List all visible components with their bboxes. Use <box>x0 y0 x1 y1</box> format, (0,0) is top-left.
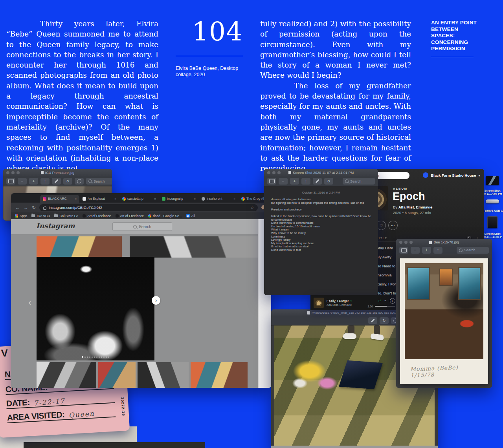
markup-icon[interactable] <box>52 178 61 185</box>
zoom-window-icon[interactable] <box>277 171 281 174</box>
window-with-curtains <box>407 267 430 300</box>
instagram-thumb-color[interactable] <box>191 362 248 388</box>
search-icon <box>459 249 463 252</box>
refresh-icon[interactable]: ↻ <box>32 205 36 210</box>
previous-track-icon[interactable]: « <box>385 299 386 302</box>
tab-an-explorat[interactable]: An Explorat× <box>80 195 119 203</box>
sidebar-icon[interactable] <box>6 178 15 185</box>
markup-icon[interactable] <box>313 178 322 185</box>
artwork-caption: Elvira BeBe Queen, Desktop collage, 2020 <box>176 65 248 78</box>
desktop-icon-screenshot-2[interactable]: Screen Shot 20-11....11.01 P <box>482 213 503 242</box>
sidebar-icon[interactable] <box>267 178 276 185</box>
markup-icon[interactable] <box>368 317 377 324</box>
window-controls[interactable] <box>267 171 281 174</box>
tab-incoherent[interactable]: incoherent× <box>199 195 238 203</box>
polaroid: Momma (BeBe) 1/15/78 <box>400 258 488 384</box>
sidebar-icon[interactable] <box>399 247 408 254</box>
instagram-logo[interactable]: Instagram <box>36 222 75 230</box>
share-icon[interactable]: ↑ <box>433 247 442 254</box>
zoom-window-icon[interactable] <box>409 241 413 244</box>
zoom-in-icon[interactable]: + <box>29 178 38 185</box>
launch-icon[interactable] <box>75 178 84 185</box>
search-input[interactable]: Search <box>343 178 375 185</box>
bookmark-art-of-freelance-2[interactable]: Art of Freelance <box>116 214 144 218</box>
bee-titlebar[interactable]: Bee 1-15-78.jpg <box>396 239 492 246</box>
search-input[interactable]: Search <box>86 178 112 185</box>
green-favicon <box>162 197 165 201</box>
note-date: October 31, 2016 at 2:24 PM <box>271 191 371 194</box>
bookmark-ica-vcu[interactable]: ICA VCU <box>31 214 50 218</box>
zoom-in-icon[interactable]: + <box>422 247 431 254</box>
bookmark-apps[interactable]: Apps <box>15 214 27 218</box>
note-line: Loneliness <box>271 235 371 239</box>
close-tab-icon[interactable]: × <box>75 197 77 201</box>
carousel-prev-icon[interactable]: ‹ <box>28 298 31 308</box>
tab-incongruity[interactable]: incongruity× <box>159 195 198 203</box>
bookmark-daad[interactable]: daad - Google Se... <box>148 214 182 218</box>
zoom-window-icon[interactable] <box>17 171 20 174</box>
zoom-in-icon[interactable]: + <box>290 178 299 185</box>
close-tab-icon[interactable]: × <box>114 197 116 201</box>
minimize-window-icon[interactable] <box>272 171 275 174</box>
minimize-window-icon[interactable] <box>11 171 15 174</box>
doc-favicon <box>83 197 86 201</box>
progress-bar[interactable] <box>375 306 395 307</box>
rotate-icon[interactable]: ↻ <box>380 317 389 324</box>
note-line: Freedom and prophecy <box>271 208 371 212</box>
close-window-icon[interactable] <box>6 171 9 174</box>
liked-heart-icon[interactable]: ♡ <box>349 300 352 303</box>
bookmark-star-icon[interactable]: ☆ <box>250 205 254 210</box>
more-options-button[interactable]: ••• <box>388 221 398 230</box>
window-controls[interactable] <box>6 171 20 174</box>
forward-icon[interactable]: → <box>24 205 28 210</box>
close-window-icon[interactable] <box>399 241 402 244</box>
search-input[interactable]: Search <box>457 247 489 254</box>
instagram-search-input[interactable]: Search <box>112 222 172 231</box>
bookmark-cal-state[interactable]: Cal State LA <box>54 214 78 218</box>
close-tab-icon[interactable]: × <box>194 197 196 201</box>
white-sneaker <box>343 333 356 339</box>
baptism-photo[interactable] <box>37 257 154 360</box>
notes-titlebar[interactable]: Screen Shot 2020-11-07 at 2.11.01 PM <box>264 169 378 176</box>
desktop-icon-gdrive[interactable]: G-DRIVE USB-C <box>482 194 503 216</box>
zoom-out-icon[interactable]: − <box>411 247 420 254</box>
note-line: Lovingly lonely <box>271 238 371 242</box>
rotate-icon[interactable]: ↻ <box>324 178 333 185</box>
back-icon[interactable]: ← <box>15 205 20 210</box>
zoom-out-icon[interactable]: − <box>18 178 27 185</box>
bookmark-all[interactable]: DAll <box>186 214 195 218</box>
instagram-thumb-bw[interactable] <box>130 236 259 258</box>
document-icon <box>41 171 44 174</box>
instagram-thumb-kids-faces[interactable] <box>98 362 136 388</box>
tab-black-arc[interactable]: BLACK ARC× <box>40 195 79 203</box>
rotate-icon[interactable]: ↻ <box>63 178 72 185</box>
close-tab-icon[interactable]: × <box>233 197 235 201</box>
spotify-account[interactable]: Black Farm Studio House▾ <box>423 172 480 178</box>
d-favicon: D <box>186 214 190 218</box>
share-icon[interactable]: ↑ <box>40 178 50 185</box>
close-tab-icon[interactable]: × <box>154 197 156 201</box>
instagram-thumb-striped[interactable] <box>37 362 96 388</box>
polaroid-photo <box>405 263 483 359</box>
carousel-next-icon[interactable]: › <box>152 296 160 305</box>
play-pause-icon[interactable]: ▶ <box>390 298 395 304</box>
icu-titlebar[interactable]: ICU Premature.jpg <box>3 169 112 176</box>
shuffle-icon[interactable]: ⇄ <box>378 299 381 302</box>
instagram-thumb-crowd[interactable] <box>138 362 189 388</box>
tab-cassietta[interactable]: cassietta p× <box>119 195 159 203</box>
album-kind-label: ALBUM <box>393 187 408 190</box>
window-controls[interactable] <box>399 241 413 244</box>
bookmark-art-of-freelance[interactable]: Art of Freelance <box>83 214 111 218</box>
folder-icon <box>31 214 35 217</box>
close-window-icon[interactable] <box>267 171 270 174</box>
carousel-dots[interactable] <box>82 356 109 358</box>
zoom-out-icon[interactable]: − <box>279 178 288 185</box>
instagram-thumb-color-kids[interactable] <box>37 236 122 258</box>
window-footer-strip <box>271 446 438 448</box>
share-icon[interactable]: ↑ <box>301 178 310 185</box>
address-bar[interactable]: instagram.com/p/CBIGeTCJI9S/ ☆ <box>39 204 258 211</box>
minimize-window-icon[interactable] <box>404 241 408 244</box>
bee-content: Momma (BeBe) 1/15/78 <box>396 254 492 388</box>
search-icon <box>133 225 137 229</box>
search-icon <box>345 179 349 183</box>
